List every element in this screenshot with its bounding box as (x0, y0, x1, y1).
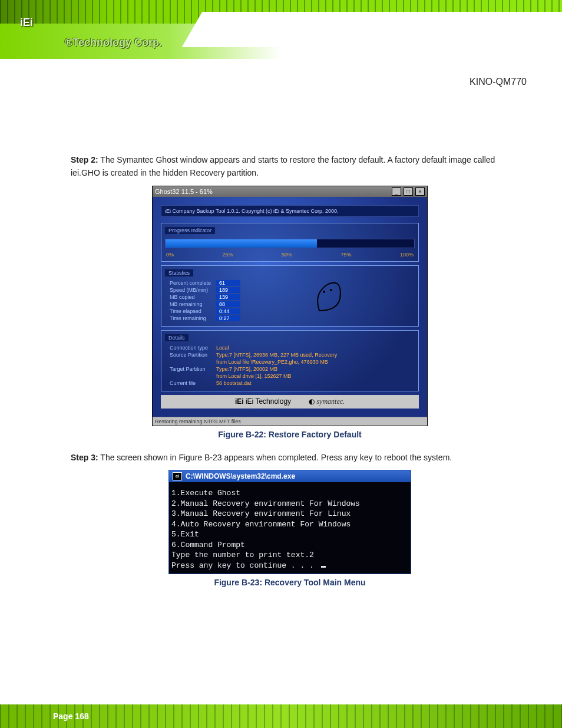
stat-label: MB copied (166, 294, 214, 300)
tick-50: 50% (282, 252, 292, 258)
step-3-text: The screen shown in Figure B-23 appears … (100, 453, 452, 462)
details-label: Details (165, 334, 189, 341)
logo: iEi (20, 17, 33, 29)
step-2-text: The Symantec Ghost window appears and st… (71, 155, 495, 177)
stat-value: 0:44 (216, 308, 240, 314)
svg-point-1 (330, 289, 332, 291)
figure-1: Ghost32 11.5 - 61% _ □ × iEi Company Bac… (71, 186, 509, 426)
stat-label: Speed (MB/min) (166, 287, 214, 293)
minimize-icon[interactable]: _ (392, 187, 401, 196)
detail-value: Type:7 [NTFS], 26936 MB, 227 MB used, Re… (213, 352, 340, 358)
iei-brand-text: iEi Technology (246, 397, 291, 406)
progress-ticks: 0% 25% 50% 75% 100% (165, 251, 415, 258)
step-2-paragraph: Step 2: The Symantec Ghost window appear… (71, 153, 509, 180)
cmd-line: 5.Exit (171, 530, 199, 539)
stats-table: Percent complete61 Speed (MB/min)189 MB … (165, 279, 242, 322)
detail-label: Target Partition (166, 366, 211, 372)
svg-point-0 (323, 291, 325, 293)
stat-label: Percent complete (166, 280, 214, 286)
ghost-footer-brand: iEi iEi Technology ◐ symantec. (161, 395, 419, 409)
progress-fill (166, 239, 317, 248)
cmd-line: 6.Command Prompt (171, 541, 245, 549)
page-number: Page 168 (53, 711, 89, 721)
detail-value: Type:7 [NTFS], 20002 MB (213, 366, 340, 372)
step-3-label: Step 3: (71, 453, 98, 462)
detail-value: from Local file \Recovery_PE2.gho, 47693… (213, 359, 340, 365)
product-name: KINO-QM770 (470, 77, 527, 87)
stat-value: 0:27 (216, 315, 240, 321)
window-buttons: _ □ × (391, 187, 425, 196)
tagline: ®Technology Corp. (65, 37, 162, 49)
progress-bar (165, 239, 415, 248)
ghost-icon (242, 269, 415, 322)
progress-label: Progress Indicator (165, 227, 215, 234)
close-icon[interactable]: × (415, 187, 425, 196)
cmd-icon: c\ (173, 472, 182, 480)
tick-75: 75% (340, 252, 351, 258)
cmd-line: 4.Auto Recovery environment For Windows (171, 520, 351, 529)
page-content: Step 2: The Symantec Ghost window appear… (0, 59, 562, 587)
stat-value: 189 (216, 287, 240, 293)
step-2-label: Step 2: (71, 155, 98, 164)
cmd-line: Type the number to print text.2 (171, 551, 314, 559)
detail-value: from Local drive [1], 152627 MB (213, 373, 340, 379)
tick-100: 100% (400, 252, 414, 258)
logo-text: iEi (20, 17, 33, 28)
details-table: Connection typeLocal Source PartitionTyp… (165, 344, 342, 387)
stat-value: 139 (216, 294, 240, 300)
cmd-line: Press any key to continue . . . (171, 561, 319, 570)
stat-value: 88 (216, 301, 240, 307)
ghost-window: Ghost32 11.5 - 61% _ □ × iEi Company Bac… (152, 186, 428, 426)
cmd-body: 1.Execute Ghost 2.Manual Recovery enviro… (169, 482, 411, 573)
ghost-title-text: Ghost32 11.5 - 61% (155, 188, 213, 195)
footer-banner: Page 168 (0, 663, 562, 728)
detail-label: Source Partition (166, 352, 211, 358)
tick-0: 0% (166, 252, 174, 258)
ghost-copyright: iEi Company Backup Tool 1.0.1. Copyright… (161, 205, 419, 217)
detail-value: Local (213, 345, 340, 351)
header-banner: iEi ®Technology Corp. (0, 0, 562, 59)
figure-2-caption: Figure B-23: Recovery Tool Main Menu (71, 578, 509, 587)
stat-label: Time elapsed (166, 308, 214, 314)
cmd-line: 2.Manual Recovery environment For Window… (171, 499, 360, 508)
cmd-title-text: C:\WINDOWS\system32\cmd.exe (186, 472, 295, 480)
stat-label: MB remaining (166, 301, 214, 307)
symantec-brand-text: symantec. (316, 397, 345, 406)
cmd-line: 1.Execute Ghost (171, 489, 240, 498)
cmd-line: 3.Manual Recovery environment For Linux (171, 509, 351, 518)
figure-1-caption: Figure B-22: Restore Factory Default (71, 430, 509, 439)
step-3-paragraph: Step 3: The screen shown in Figure B-23 … (71, 451, 509, 464)
tick-25: 25% (222, 252, 233, 258)
stat-value: 61 (216, 280, 240, 286)
ghost-status-bar: Restoring remaining NTFS MFT files (153, 417, 427, 426)
figure-2: c\ C:\WINDOWS\system32\cmd.exe 1.Execute… (71, 470, 509, 574)
stat-label: Time remaining (166, 315, 214, 321)
cmd-window: c\ C:\WINDOWS\system32\cmd.exe 1.Execute… (168, 470, 411, 574)
detail-label: Current file (166, 380, 211, 386)
cursor-icon (321, 566, 326, 568)
stats-label: Statistics (165, 269, 193, 276)
detail-label: Connection type (166, 345, 211, 351)
ghost-titlebar: Ghost32 11.5 - 61% _ □ × (153, 186, 427, 197)
iei-logo-small: iEi (235, 397, 244, 406)
detail-value: 56 bootstat.dat (213, 380, 340, 386)
maximize-icon[interactable]: □ (404, 187, 413, 196)
cmd-titlebar: c\ C:\WINDOWS\system32\cmd.exe (169, 470, 411, 482)
